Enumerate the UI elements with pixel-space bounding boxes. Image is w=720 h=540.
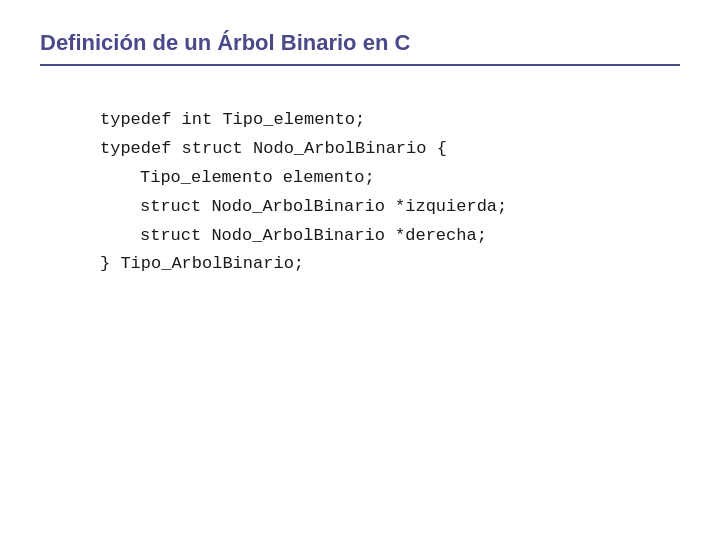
slide-container: Definición de un Árbol Binario en C type… (0, 0, 720, 540)
code-line-1: typedef int Tipo_elemento; (100, 106, 620, 135)
code-line-3: Tipo_elemento elemento; (100, 164, 620, 193)
code-block: typedef int Tipo_elemento; typedef struc… (40, 96, 680, 289)
code-line-6: } Tipo_ArbolBinario; (100, 250, 620, 279)
code-line-2: typedef struct Nodo_ArbolBinario { (100, 135, 620, 164)
code-line-5: struct Nodo_ArbolBinario *derecha; (100, 222, 620, 251)
code-line-4: struct Nodo_ArbolBinario *izquierda; (100, 193, 620, 222)
title-bar: Definición de un Árbol Binario en C (40, 30, 680, 66)
slide-title: Definición de un Árbol Binario en C (40, 30, 410, 56)
